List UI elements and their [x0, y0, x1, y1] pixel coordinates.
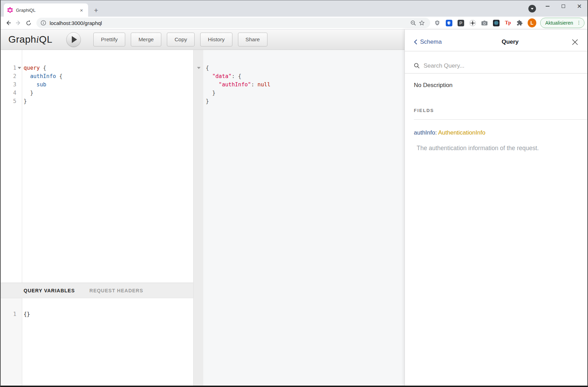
- zoom-button[interactable]: [409, 19, 418, 27]
- execute-query-button[interactable]: [66, 32, 81, 47]
- crosshair-extension-icon[interactable]: [469, 19, 476, 27]
- forward-arrow-icon: [15, 20, 22, 26]
- browser-tab-graphiql[interactable]: GraphiQL ×: [4, 3, 88, 17]
- react-devtools-extension-icon[interactable]: [493, 19, 500, 27]
- tab-close-icon[interactable]: ×: [78, 7, 85, 13]
- code-line: "data": {: [206, 72, 404, 80]
- code-line: }: [24, 89, 193, 97]
- url-text[interactable]: localhost:3000/graphql: [50, 20, 409, 26]
- code-line: }: [24, 97, 193, 105]
- address-bar[interactable]: localhost:3000/graphql: [36, 18, 430, 28]
- field-type-link[interactable]: AuthenticationInfo: [438, 129, 485, 136]
- code-line: "authInfo": null: [206, 80, 404, 89]
- field-item: authInfo: AuthenticationInfo: [414, 129, 587, 136]
- query-editor-code[interactable]: query { authInfo { sub }}: [22, 50, 193, 283]
- graphiql-app: GraphiQL PrettifyMergeCopyHistoryShare 1…: [1, 29, 587, 386]
- browser-window: GraphiQL × + ✕: [0, 0, 588, 387]
- toolbar-button-merge[interactable]: Merge: [131, 33, 161, 46]
- back-button[interactable]: [3, 18, 14, 28]
- fold-arrow-icon[interactable]: [197, 67, 201, 69]
- toolbar-button-share[interactable]: Share: [238, 33, 267, 46]
- gutter-line: [194, 72, 203, 80]
- minimize-button[interactable]: [539, 0, 555, 12]
- field-description: The authentication information of the re…: [414, 145, 587, 152]
- tp-extension-letters: Tp: [505, 20, 511, 26]
- doc-close-button[interactable]: [563, 39, 578, 45]
- fields-section: FIELDS authInfo: AuthenticationInfo The …: [414, 108, 587, 152]
- play-icon: [72, 36, 77, 43]
- extensions-puzzle-icon[interactable]: [516, 19, 523, 27]
- browser-toolbar: localhost:3000/graphql: [1, 17, 587, 29]
- avatar-letter: L: [530, 20, 534, 26]
- bookmark-button[interactable]: [418, 19, 426, 27]
- variables-tab-query-variables[interactable]: QUERY VARIABLES: [24, 288, 75, 293]
- gutter-line: [194, 64, 203, 72]
- toolbar-button-prettify[interactable]: Prettify: [93, 33, 125, 46]
- doc-search-box[interactable]: [405, 51, 587, 74]
- reload-icon: [26, 20, 32, 26]
- doc-back-link[interactable]: Schema: [414, 38, 458, 45]
- doc-search-input[interactable]: [424, 62, 563, 69]
- maximize-icon: [562, 5, 565, 8]
- maximize-button[interactable]: [555, 0, 571, 12]
- p-extension-letter: P: [459, 20, 462, 26]
- result-pane: { "data": { "authInfo": null }}: [194, 50, 404, 386]
- update-chrome-button[interactable]: Aktualisieren ⋮: [540, 18, 585, 28]
- reload-button[interactable]: [24, 18, 34, 28]
- gutter-line: 2: [1, 72, 22, 80]
- query-editor[interactable]: 12345 query { authInfo { sub }}: [1, 50, 193, 283]
- variables-editor-code[interactable]: {}: [22, 298, 193, 386]
- query-editor-gutter: 12345: [1, 50, 22, 283]
- variables-editor[interactable]: 1 {}: [1, 298, 193, 386]
- query-pane: 12345 query { authInfo { sub }} QUERY VA…: [1, 50, 194, 386]
- fields-section-label: FIELDS: [414, 108, 587, 120]
- graphiql-topbar: GraphiQL PrettifyMergeCopyHistoryShare: [1, 29, 404, 50]
- close-icon: [572, 39, 578, 45]
- close-icon: ✕: [577, 3, 582, 9]
- field-name-link[interactable]: authInfo: [414, 129, 435, 136]
- code-line: query {: [24, 64, 193, 72]
- profile-avatar[interactable]: L: [528, 18, 536, 27]
- code-line: authInfo {: [24, 72, 193, 80]
- code-line: }: [206, 97, 404, 105]
- tab-title: GraphiQL: [16, 8, 78, 13]
- gutter-line: [194, 80, 203, 89]
- type-description: No Description: [414, 82, 587, 89]
- variables-tab-request-headers[interactable]: REQUEST HEADERS: [90, 288, 143, 293]
- extensions-row: P: [434, 19, 523, 27]
- gutter-line: 1: [1, 310, 22, 318]
- p-extension-icon[interactable]: P: [457, 19, 465, 27]
- forward-button[interactable]: [14, 18, 24, 28]
- gutter-line: [194, 89, 203, 97]
- tab-search-button[interactable]: [528, 5, 536, 12]
- result-viewer: { "data": { "authInfo": null }}: [203, 50, 404, 386]
- page-info-icon[interactable]: [41, 20, 46, 26]
- gutter-line: [194, 97, 203, 105]
- doc-title: Query: [458, 38, 563, 45]
- doc-explorer-title-bar: Schema Query: [405, 29, 587, 51]
- close-window-button[interactable]: ✕: [571, 0, 587, 12]
- search-icon: [414, 63, 420, 69]
- tab-strip: GraphiQL × + ✕: [1, 0, 587, 17]
- browser-menu-icon[interactable]: ⋮: [577, 22, 581, 24]
- shield-extension-icon[interactable]: [434, 19, 441, 27]
- update-chrome-label: Aktualisieren: [545, 20, 573, 26]
- code-line: sub: [24, 80, 193, 89]
- gutter-line: 1: [1, 64, 22, 72]
- graphiql-main: GraphiQL PrettifyMergeCopyHistoryShare 1…: [1, 29, 404, 386]
- new-tab-button[interactable]: +: [92, 6, 101, 15]
- toolbar-button-history[interactable]: History: [200, 33, 232, 46]
- variables-editor-gutter: 1: [1, 298, 22, 386]
- code-line: {}: [24, 310, 193, 318]
- toolbar-buttons: PrettifyMergeCopyHistoryShare: [93, 33, 267, 46]
- bitwarden-extension-icon[interactable]: [445, 19, 453, 27]
- editors-row: 12345 query { authInfo { sub }} QUERY VA…: [1, 50, 404, 386]
- tp-extension-icon[interactable]: Tp: [504, 19, 512, 27]
- back-arrow-icon: [5, 20, 11, 26]
- camera-extension-icon[interactable]: [481, 19, 488, 27]
- fold-arrow-icon[interactable]: [18, 67, 21, 69]
- chevron-down-icon: [531, 8, 534, 10]
- gutter-line: 3: [1, 80, 22, 89]
- toolbar-button-copy[interactable]: Copy: [167, 33, 195, 46]
- window-controls: ✕: [539, 0, 587, 12]
